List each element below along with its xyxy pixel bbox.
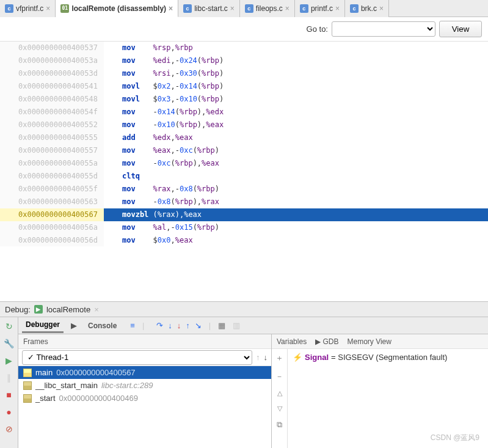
disasm-line[interactable]: 0x0000000000400548movl $0x3,-0x10(%rbp)	[0, 93, 488, 106]
lightning-icon: ⚡	[293, 353, 302, 362]
disasm-line[interactable]: 0x0000000000400555add %edx,%eax	[0, 131, 488, 144]
close-icon[interactable]: ×	[335, 4, 340, 13]
remove-watch-icon[interactable]: －	[275, 371, 283, 382]
step-out-icon[interactable]: ↑	[186, 321, 190, 330]
disasm-line[interactable]: 0x000000000040056amov %al,-0x15(%rbp)	[0, 221, 488, 234]
thread-selector[interactable]: ✓ Thread-1	[22, 350, 252, 365]
signal-name: Signal	[305, 353, 329, 362]
disasm-line[interactable]: 0x000000000040054fmov -0x14(%rbp),%edx	[0, 106, 488, 119]
disasm-line[interactable]: 0x000000000040053amov %edi,-0x24(%rbp)	[0, 54, 488, 67]
tab-label: fileops.c	[256, 4, 283, 13]
frame-item-_start[interactable]: _start 0x0000000000400469	[18, 392, 271, 405]
step-icons: ↷ ↓ ↓ ↑ ↘	[156, 321, 202, 330]
rerun-icon[interactable]: ↻	[4, 321, 15, 332]
frame-list[interactable]: main 0x0000000000400567__libc_start_main…	[18, 366, 271, 448]
frame-item-__libc_start_main[interactable]: __libc_start_main libc-start.c:289	[18, 379, 271, 392]
tab-label: libc-start.c	[194, 4, 228, 13]
disasm-line[interactable]: 0x000000000040056dmov $0x0,%eax	[0, 234, 488, 246]
disasm-line[interactable]: 0x0000000000400567movzbl (%rax),%eax	[0, 208, 488, 221]
close-icon[interactable]: ×	[46, 4, 50, 13]
goto-input[interactable]	[332, 21, 435, 37]
copy-icon[interactable]: ⧉	[277, 420, 282, 430]
disasm-line[interactable]: 0x0000000000400563mov -0x8(%rbp),%rax	[0, 196, 488, 208]
disasm-line[interactable]: 0x000000000040055fmov %rax,-0x8(%rbp)	[0, 183, 488, 196]
stop-icon[interactable]: ■	[4, 389, 15, 400]
threads-icon[interactable]: ≡	[130, 321, 135, 330]
prev-frame-icon[interactable]: ↑	[256, 353, 260, 362]
frame-item-main[interactable]: main 0x0000000000400567	[18, 366, 271, 379]
instruction: mov -0x8(%rbp),%rax	[104, 196, 488, 208]
c-file-icon: c	[350, 4, 359, 13]
breakpoints-icon[interactable]: ●	[4, 406, 15, 417]
watermark: CSDN @蓝风9	[431, 433, 479, 443]
view-button[interactable]: View	[439, 21, 482, 37]
address: 0x000000000040056a	[0, 221, 104, 234]
instruction: add %edx,%eax	[104, 131, 488, 144]
pause-icon[interactable]: ∥	[4, 372, 15, 383]
down-icon[interactable]: ▽	[277, 405, 282, 413]
step-over-icon[interactable]: ↷	[156, 321, 163, 330]
debug-inner-tabs: Debugger ▶ Console ≡ | ↷ ↓ ↓ ↑ ↘ | ▦ ▥	[18, 317, 488, 334]
tab-brk-c[interactable]: cbrk.c×	[345, 0, 389, 17]
disasm-line[interactable]: 0x0000000000400557mov %eax,-0xc(%rbp)	[0, 144, 488, 157]
c-file-icon: c	[5, 4, 13, 13]
tab-console[interactable]: Console	[84, 319, 120, 332]
address: 0x0000000000400537	[0, 42, 104, 54]
disasm-line[interactable]: 0x0000000000400541movl $0x2,-0x14(%rbp)	[0, 80, 488, 93]
address: 0x000000000040053a	[0, 54, 104, 67]
close-icon[interactable]: ×	[379, 4, 384, 13]
frame-name: __libc_start_main	[35, 381, 98, 390]
tab-debugger[interactable]: Debugger	[22, 318, 64, 333]
instruction: mov %eax,-0xc(%rbp)	[104, 144, 488, 157]
run-config-icon: ▶	[34, 305, 43, 314]
force-step-into-icon[interactable]: ↓	[177, 321, 181, 330]
debug-actions-strip: ↻ 🔧 ▶ ∥ ■ ● ⊘	[0, 317, 18, 448]
mute-bp-icon[interactable]: ⊘	[4, 424, 15, 435]
tab-label: printf.c	[311, 4, 333, 13]
up-icon[interactable]: △	[277, 389, 282, 397]
step-into-icon[interactable]: ↓	[168, 321, 172, 330]
frame-name: _start	[35, 394, 56, 403]
add-watch-icon[interactable]: ＋	[275, 353, 283, 364]
thread-selector-row: ✓ Thread-1 ↑ ↓	[18, 349, 271, 366]
next-frame-icon[interactable]: ↓	[264, 353, 268, 362]
frame-detail: 0x0000000000400567	[56, 368, 135, 377]
evaluate-icon[interactable]: ▦	[218, 321, 225, 330]
address: 0x0000000000400548	[0, 93, 104, 106]
disasm-line[interactable]: 0x000000000040055dcltq	[0, 170, 488, 183]
address: 0x0000000000400563	[0, 196, 104, 208]
frame-detail: 0x0000000000400469	[59, 394, 138, 403]
close-icon[interactable]: ×	[169, 4, 173, 13]
disassembly-view[interactable]: 0x0000000000400537mov %rsp,%rbp0x0000000…	[0, 42, 488, 246]
run-to-cursor-icon[interactable]: ↘	[195, 321, 202, 330]
c-file-icon: c	[183, 4, 192, 13]
tab-fileops-c[interactable]: cfileops.c×	[240, 0, 295, 17]
address: 0x0000000000400541	[0, 80, 104, 93]
variables-header: Variables ▶ GDB Memory View	[272, 334, 488, 349]
tab-libc-start-c[interactable]: clibc-start.c×	[178, 0, 240, 17]
disasm-line[interactable]: 0x000000000040053dmov %rsi,-0x30(%rbp)	[0, 67, 488, 80]
c-file-icon: c	[245, 4, 253, 13]
settings-icon[interactable]: 🔧	[4, 338, 15, 349]
disasm-line[interactable]: 0x0000000000400537mov %rsp,%rbp	[0, 42, 488, 54]
disasm-line[interactable]: 0x000000000040055amov -0xc(%rbp),%eax	[0, 157, 488, 170]
variables-column: Variables ▶ GDB Memory View ＋ － △ ▽ ⧉ ⚡	[272, 334, 488, 448]
tab-localremote-disassembly-[interactable]: 01localRemote (disassembly)×	[56, 0, 178, 17]
instruction: mov $0x0,%eax	[104, 234, 488, 246]
close-icon[interactable]: ×	[94, 305, 99, 314]
instruction: movl $0x2,-0x14(%rbp)	[104, 80, 488, 93]
tab-printf-c[interactable]: cprintf.c×	[295, 0, 345, 17]
disasm-line[interactable]: 0x0000000000400552mov -0x10(%rbp),%eax	[0, 119, 488, 131]
layout-icon[interactable]: ▥	[233, 321, 240, 330]
signal-row[interactable]: ⚡ Signal = SIGSEGV (Segmentation fault)	[293, 353, 483, 362]
debug-toolwindow-bar[interactable]: Debug: ▶ localRemote ×	[0, 301, 488, 317]
vars-side-strip: ＋ － △ ▽ ⧉	[272, 349, 288, 448]
stack-frame-icon	[23, 394, 32, 403]
close-icon[interactable]: ×	[285, 4, 290, 13]
close-icon[interactable]: ×	[230, 4, 235, 13]
tab-vfprintf-c[interactable]: cvfprintf.c×	[0, 0, 56, 17]
address: 0x000000000040053d	[0, 67, 104, 80]
address: 0x000000000040055d	[0, 170, 104, 183]
instruction: cltq	[104, 170, 488, 183]
resume-icon[interactable]: ▶	[4, 355, 15, 366]
